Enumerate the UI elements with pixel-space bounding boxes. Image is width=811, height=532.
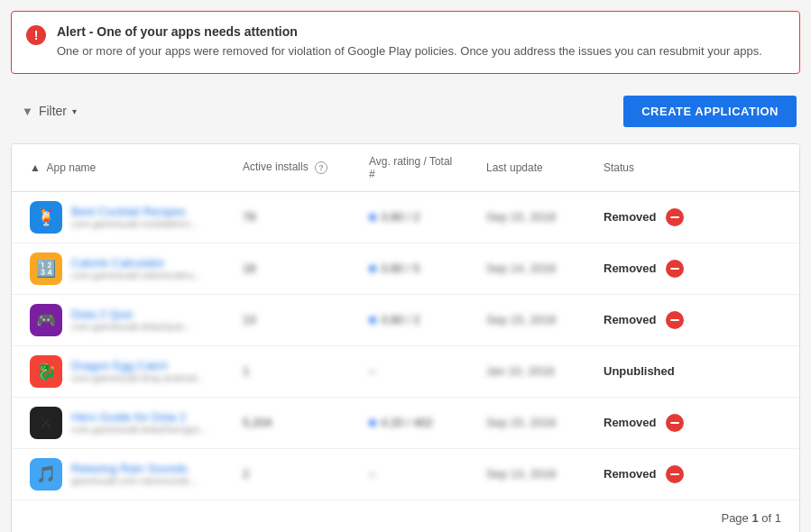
svg-rect-3: [670, 268, 679, 270]
date-value: Sep 14, 2018: [486, 261, 556, 275]
apps-table: ▲ App name Active installs ? Avg. rating…: [12, 144, 799, 500]
app-package: com.gamesuali.drop.android...: [71, 372, 205, 383]
rating-dot: [369, 265, 376, 272]
rating-cell: 3.80 / 5: [369, 261, 457, 275]
rating-value: 3.80 / 2: [381, 210, 419, 224]
alert-content: Alert - One of your apps needs attention…: [57, 24, 762, 60]
app-cell: ⚔ Hero Guide for Dota 2 com.gamesuali.do…: [30, 407, 214, 439]
alert-body: One or more of your apps were removed fo…: [57, 42, 762, 60]
page-prefix: Page: [721, 511, 751, 525]
status-cell: Removed: [604, 311, 785, 329]
installs-value: 2: [243, 467, 249, 481]
installs-value: 18: [243, 261, 255, 275]
date-value: Sep 15, 2018: [486, 210, 556, 224]
app-name: Dota 2 Quiz: [71, 307, 192, 321]
col-header-status: Status: [589, 144, 799, 192]
alert-title: Alert - One of your apps needs attention: [57, 24, 762, 39]
date-value: Jan 10, 2018: [486, 364, 554, 378]
app-package: gamesuali.com.rainsounds...: [71, 475, 198, 486]
remove-icon: [666, 311, 684, 329]
status-label: Removed: [604, 313, 657, 326]
status-label: Removed: [604, 467, 657, 481]
app-package: com.gamesuali.caloriecalcu...: [71, 270, 201, 280]
remove-icon: [666, 465, 684, 483]
status-cell: Removed: [604, 465, 785, 483]
app-package: com.gamesuali.dota2herogui...: [71, 424, 207, 435]
rating-cell: –: [369, 467, 457, 481]
col-header-last-update: Last update: [472, 144, 589, 192]
filter-label: Filter: [39, 104, 67, 118]
table-row[interactable]: 🐉 Dragon Egg Catch com.gamesuali.drop.an…: [12, 345, 799, 397]
svg-rect-7: [670, 422, 679, 424]
app-icon: 🎵: [30, 458, 62, 491]
alert-banner: ! Alert - One of your apps needs attenti…: [11, 11, 800, 74]
col-header-avg-rating: Avg. rating / Total #: [355, 144, 472, 192]
filter-chevron-icon: ▾: [72, 106, 77, 116]
rating-cell: 3.80 / 2: [369, 210, 457, 224]
create-application-button[interactable]: CREATE APPLICATION: [623, 96, 797, 127]
table-row[interactable]: 🍹 Best Cocktail Recipes com.gamesuali.co…: [12, 191, 799, 243]
date-value: Sep 13, 2018: [486, 467, 556, 481]
app-package: com.gamesuali.cocktailreci...: [71, 218, 198, 229]
page-total: 1: [775, 511, 781, 525]
table-row[interactable]: 🎵 Relaxing Rain Sounds gamesuali.com.rai…: [12, 448, 799, 500]
app-name: Best Cocktail Recipes: [71, 205, 198, 218]
table-row[interactable]: 🔢 Calorie Calculator com.gamesuali.calor…: [12, 243, 799, 294]
rating-dot: [369, 419, 376, 427]
installs-value: 78: [243, 210, 255, 224]
rating-cell: 3.80 / 2: [369, 313, 457, 326]
rating-dot: [369, 316, 376, 324]
rating-cell: 4.20 / 402: [369, 416, 457, 429]
app-name: Hero Guide for Dota 2: [71, 410, 207, 424]
filter-button[interactable]: ▼ Filter ▾: [14, 100, 84, 122]
status-cell: Unpublished: [604, 364, 785, 378]
rating-dot: [369, 214, 376, 221]
sort-icon: ▲: [30, 161, 41, 174]
rating-value: –: [369, 467, 375, 481]
table-row[interactable]: ⚔ Hero Guide for Dota 2 com.gamesuali.do…: [12, 397, 799, 448]
app-cell: 🔢 Calorie Calculator com.gamesuali.calor…: [30, 252, 214, 285]
svg-rect-1: [670, 216, 679, 218]
remove-icon: [666, 260, 684, 278]
rating-cell: –: [369, 364, 457, 378]
date-value: Sep 15, 2018: [486, 416, 556, 429]
help-icon[interactable]: ?: [315, 161, 327, 174]
rating-value: 3.80 / 2: [381, 313, 419, 326]
status-label: Removed: [604, 210, 657, 224]
table-header-row: ▲ App name Active installs ? Avg. rating…: [12, 144, 799, 192]
app-icon: 🔢: [30, 252, 62, 285]
status-label: Removed: [604, 261, 657, 275]
app-icon: 🎮: [30, 304, 62, 336]
status-cell: Removed: [604, 414, 785, 432]
app-cell: 🐉 Dragon Egg Catch com.gamesuali.drop.an…: [30, 355, 214, 388]
apps-table-container: ▲ App name Active installs ? Avg. rating…: [11, 143, 800, 533]
table-footer: Page 1 of 1: [12, 500, 799, 533]
col-header-active-installs: Active installs ?: [228, 144, 355, 192]
status-label: Unpublished: [604, 364, 675, 378]
app-name: Dragon Egg Catch: [71, 359, 205, 372]
page-current: 1: [751, 511, 758, 525]
app-name: Calorie Calculator: [71, 256, 201, 270]
app-icon: ⚔: [30, 407, 62, 439]
status-cell: Removed: [604, 260, 785, 278]
rating-value: 4.20 / 402: [381, 416, 433, 429]
app-cell: 🎮 Dota 2 Quiz com.gamesuali.dota2quiz...: [30, 304, 214, 336]
installs-value: 5,204: [243, 416, 272, 429]
rating-value: –: [369, 364, 375, 378]
status-cell: Removed: [604, 208, 785, 226]
table-row[interactable]: 🎮 Dota 2 Quiz com.gamesuali.dota2quiz...…: [12, 294, 799, 345]
svg-rect-9: [670, 473, 679, 475]
toolbar: ▼ Filter ▾ CREATE APPLICATION: [11, 87, 800, 136]
status-label: Removed: [604, 416, 657, 429]
filter-icon: ▼: [22, 105, 33, 118]
installs-value: 1: [243, 364, 249, 378]
app-name: Relaxing Rain Sounds: [71, 462, 198, 475]
app-package: com.gamesuali.dota2quiz...: [71, 321, 192, 332]
rating-value: 3.80 / 5: [381, 261, 419, 275]
app-cell: 🎵 Relaxing Rain Sounds gamesuali.com.rai…: [30, 458, 214, 491]
app-cell: 🍹 Best Cocktail Recipes com.gamesuali.co…: [30, 201, 214, 234]
remove-icon: [666, 414, 684, 432]
svg-rect-5: [670, 319, 679, 321]
remove-icon: [666, 208, 684, 226]
col-header-app-name[interactable]: ▲ App name: [12, 144, 228, 192]
